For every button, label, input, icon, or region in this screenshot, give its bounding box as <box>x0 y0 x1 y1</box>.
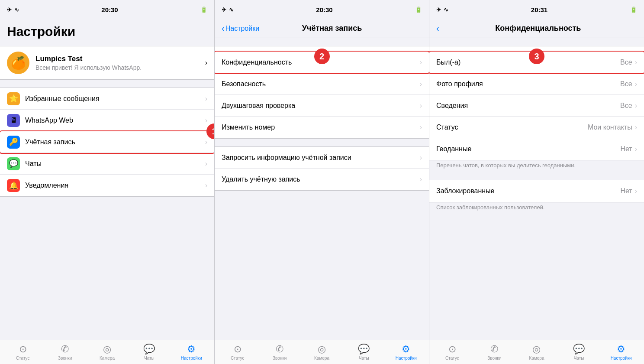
last-seen-chevron-icon: › <box>635 58 637 66</box>
delete-account-label: Удалить учётную запись <box>222 176 420 183</box>
status-bar-1: ✈ ∿ 20:30 🔋 <box>0 0 214 19</box>
tab-calls-2[interactable]: ✆ Звонки <box>258 344 300 361</box>
status-tab-icon-3: ⊙ <box>448 344 456 355</box>
row-profile-photo[interactable]: Фото профиля Все › <box>429 73 644 95</box>
back-arrow-icon-2: ‹ <box>222 23 225 33</box>
status-left-1: ✈ ∿ <box>7 6 19 13</box>
row-account[interactable]: 🔑 Учётная запись › 1 <box>0 131 214 153</box>
privacy-group: Был(-а) Все › Фото профиля Все › Сведени… <box>429 46 644 172</box>
wifi-icon-2: ∿ <box>229 6 234 13</box>
row-two-step[interactable]: Двухшаговая проверка › <box>215 95 429 117</box>
status-left-2: ✈ ∿ <box>222 6 234 13</box>
chats-chevron-icon: › <box>205 160 207 168</box>
back-arrow-icon-3: ‹ <box>436 23 439 33</box>
status-label: Статус <box>436 124 588 131</box>
tab-calls-1[interactable]: ✆ Звонки <box>44 344 86 361</box>
tab-settings-2[interactable]: ⚙ Настройки <box>385 344 427 361</box>
favorites-icon: ⭐ <box>7 92 20 105</box>
battery-icon-3: 🔋 <box>630 6 637 13</box>
row-info[interactable]: Сведения Все › <box>429 95 644 117</box>
calls-tab-label-2: Звонки <box>273 356 287 361</box>
page-title-1: Настройки <box>7 24 207 39</box>
security-label: Безопасность <box>222 80 420 88</box>
calls-tab-label: Звонки <box>58 356 72 361</box>
camera-tab-icon-3: ◎ <box>532 344 541 355</box>
row-request-info[interactable]: Запросить информацию учётной записи › <box>215 147 429 169</box>
status-tab-icon-2: ⊙ <box>234 344 242 355</box>
status-value: Мои контакты <box>588 124 632 131</box>
tab-bar-2: ⊙ Статус ✆ Звонки ◎ Камера 💬 Чаты ⚙ Наст… <box>215 340 429 364</box>
chats-tab-icon-2: 💬 <box>358 344 370 355</box>
geo-value: Нет <box>620 145 632 153</box>
content-area-3: Был(-а) Все › Фото профиля Все › Сведени… <box>429 38 644 340</box>
airplane-icon: ✈ <box>7 6 12 13</box>
battery-icon-2: 🔋 <box>415 6 422 13</box>
chats-tab-label-2: Чаты <box>359 356 369 361</box>
profile-info: Lumpics Test Всем привет! Я использую Wh… <box>35 55 205 71</box>
tab-camera-3[interactable]: ◎ Камера <box>515 344 558 361</box>
geo-label: Геоданные <box>436 145 620 153</box>
wifi-icon: ∿ <box>14 6 19 13</box>
row-whatsapp-web[interactable]: 🖥 WhatsApp Web › <box>0 110 214 131</box>
camera-tab-label: Камера <box>100 356 115 361</box>
profile-photo-chevron-icon: › <box>635 80 637 88</box>
time-3: 20:31 <box>531 6 547 13</box>
row-status[interactable]: Статус Мои контакты › <box>429 117 644 138</box>
whatsapp-web-label: WhatsApp Web <box>25 117 205 124</box>
tab-bar-1: ⊙ Статус ✆ Звонки ◎ Камера 💬 Чаты ⚙ Наст… <box>0 340 214 364</box>
security-chevron-icon: › <box>420 80 422 88</box>
calls-tab-label-3: Звонки <box>487 356 501 361</box>
settings-tab-icon-2: ⚙ <box>402 344 410 355</box>
camera-tab-label-3: Камера <box>529 356 544 361</box>
last-seen-value: Все <box>620 58 632 66</box>
delete-account-chevron-icon: › <box>420 176 422 183</box>
panel-2: ✈ ∿ 20:30 🔋 ‹ Настройки Учётная запись 2… <box>215 0 429 364</box>
tab-status-3[interactable]: ⊙ Статус <box>431 344 473 361</box>
request-info-label: Запросить информацию учётной записи <box>222 154 420 162</box>
tab-status-1[interactable]: ⊙ Статус <box>2 344 44 361</box>
tab-calls-3[interactable]: ✆ Звонки <box>473 344 516 361</box>
nav-bar-3: ‹ Конфиденциальность <box>429 19 644 38</box>
settings-list-1: ⭐ Избранные сообщения › 🖥 WhatsApp Web ›… <box>0 88 214 197</box>
profile-row[interactable]: 🍊 Lumpics Test Всем привет! Я использую … <box>0 46 214 80</box>
row-notifications[interactable]: 🔔 Уведомления › <box>0 175 214 196</box>
tab-camera-2[interactable]: ◎ Камера <box>301 344 343 361</box>
airplane-icon-3: ✈ <box>436 6 441 13</box>
settings-title-bar: Настройки <box>0 19 214 42</box>
tab-settings-1[interactable]: ⚙ Настройки <box>171 344 213 361</box>
row-chats[interactable]: 💬 Чаты › <box>0 153 214 175</box>
calls-tab-icon: ✆ <box>61 344 69 355</box>
row-geo[interactable]: Геоданные Нет › <box>429 138 644 160</box>
step-badge-3: 3 <box>529 49 544 64</box>
account-chevron-icon: › <box>205 138 207 146</box>
notifications-label: Уведомления <box>25 182 205 189</box>
change-number-label: Изменить номер <box>222 124 420 131</box>
account-label: Учётная запись <box>25 138 205 146</box>
blocked-chevron-icon: › <box>635 187 637 195</box>
row-change-number[interactable]: Изменить номер › <box>215 117 429 138</box>
nav-title-2: Учётная запись <box>242 24 422 33</box>
row-security[interactable]: Безопасность › <box>215 73 429 95</box>
row-blocked[interactable]: Заблокированные Нет › <box>429 180 644 202</box>
row-favorites[interactable]: ⭐ Избранные сообщения › <box>0 88 214 110</box>
last-seen-label: Был(-а) <box>436 58 620 66</box>
tab-settings-3[interactable]: ⚙ Настройки <box>600 344 642 361</box>
tab-status-2[interactable]: ⊙ Статус <box>216 344 258 361</box>
tab-chats-2[interactable]: 💬 Чаты <box>343 344 385 361</box>
privacy-chevron-icon: › <box>420 58 422 66</box>
info-value: Все <box>620 102 632 110</box>
battery-icon: 🔋 <box>200 6 207 13</box>
privacy-group2: Заблокированные Нет › Список заблокирова… <box>429 180 644 214</box>
back-button-3[interactable]: ‹ <box>436 23 439 33</box>
tab-chats-1[interactable]: 💬 Чаты <box>128 344 170 361</box>
tab-camera-1[interactable]: ◎ Камера <box>86 344 128 361</box>
account-list-2: Запросить информацию учётной записи › Уд… <box>215 146 429 191</box>
chats-tab-icon: 💬 <box>143 344 155 355</box>
status-tab-label-2: Статус <box>231 356 245 361</box>
tab-chats-3[interactable]: 💬 Чаты <box>558 344 600 361</box>
blocked-description: Список заблокированных пользователей. <box>429 202 644 214</box>
time-1: 20:30 <box>101 6 118 13</box>
row-delete-account[interactable]: Удалить учётную запись › <box>215 169 429 190</box>
request-info-chevron-icon: › <box>420 154 422 162</box>
settings-tab-icon-3: ⚙ <box>617 344 625 355</box>
